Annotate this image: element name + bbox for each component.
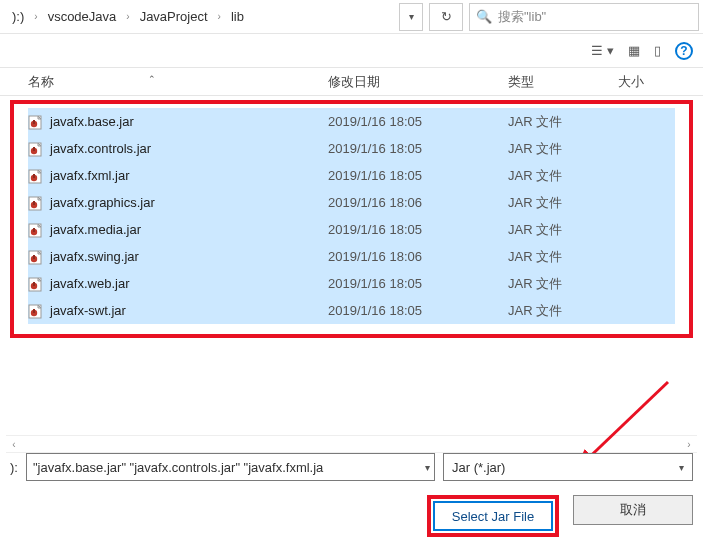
- file-name: javafx.base.jar: [50, 114, 328, 129]
- file-modified: 2019/1/16 18:05: [328, 168, 508, 183]
- breadcrumb-item[interactable]: vscodeJava: [40, 9, 125, 24]
- search-placeholder: 搜索"lib": [498, 8, 546, 26]
- file-row[interactable]: javafx-swt.jar2019/1/16 18:05JAR 文件: [28, 297, 675, 324]
- file-modified: 2019/1/16 18:06: [328, 195, 508, 210]
- svg-rect-11: [33, 174, 35, 178]
- file-name: javafx.controls.jar: [50, 141, 328, 156]
- help-icon[interactable]: ?: [675, 42, 693, 60]
- file-list-area: javafx.base.jar2019/1/16 18:05JAR 文件java…: [0, 96, 703, 326]
- file-modified: 2019/1/16 18:05: [328, 222, 508, 237]
- chevron-down-icon: ▾: [425, 462, 430, 473]
- svg-rect-31: [33, 309, 35, 313]
- preview-pane-icon[interactable]: ▯: [654, 43, 661, 58]
- file-modified: 2019/1/16 18:05: [328, 276, 508, 291]
- filter-value: Jar (*.jar): [452, 460, 505, 475]
- svg-rect-27: [33, 282, 35, 286]
- filename-row: ): "javafx.base.jar" "javafx.controls.ja…: [10, 453, 693, 481]
- column-modified[interactable]: 修改日期: [328, 73, 508, 91]
- cancel-label: 取消: [620, 501, 646, 519]
- jar-file-icon: [28, 303, 46, 319]
- chevron-down-icon: ▾: [409, 11, 414, 22]
- chevron-right-icon: ›: [32, 11, 39, 22]
- file-type: JAR 文件: [508, 221, 618, 239]
- chevron-right-icon: ›: [124, 11, 131, 22]
- filename-input[interactable]: "javafx.base.jar" "javafx.controls.jar" …: [26, 453, 435, 481]
- file-name: javafx-swt.jar: [50, 303, 328, 318]
- file-type: JAR 文件: [508, 140, 618, 158]
- search-input[interactable]: 🔍 搜索"lib": [469, 3, 699, 31]
- file-type: JAR 文件: [508, 113, 618, 131]
- svg-rect-7: [33, 147, 35, 151]
- file-row[interactable]: javafx.web.jar2019/1/16 18:05JAR 文件: [28, 270, 675, 297]
- file-row[interactable]: javafx.graphics.jar2019/1/16 18:06JAR 文件: [28, 189, 675, 216]
- breadcrumb-item[interactable]: lib: [223, 9, 252, 24]
- breadcrumb[interactable]: ):) › vscodeJava › JavaProject › lib: [4, 3, 395, 31]
- jar-file-icon: [28, 168, 46, 184]
- file-type: JAR 文件: [508, 167, 618, 185]
- file-name: javafx.web.jar: [50, 276, 328, 291]
- file-row[interactable]: javafx.swing.jar2019/1/16 18:06JAR 文件: [28, 243, 675, 270]
- filename-label: ):: [10, 460, 18, 475]
- breadcrumb-item[interactable]: JavaProject: [132, 9, 216, 24]
- address-bar: ):) › vscodeJava › JavaProject › lib ▾ ↻…: [0, 0, 703, 34]
- file-row[interactable]: javafx.controls.jar2019/1/16 18:05JAR 文件: [28, 135, 675, 162]
- file-modified: 2019/1/16 18:05: [328, 303, 508, 318]
- select-jar-label: Select Jar File: [452, 509, 534, 524]
- view-toolbar: ☰ ▾ ▦ ▯ ?: [0, 34, 703, 68]
- file-modified: 2019/1/16 18:05: [328, 141, 508, 156]
- file-name: javafx.graphics.jar: [50, 195, 328, 210]
- column-name[interactable]: 名称 ⌃: [28, 73, 328, 91]
- column-headers: 名称 ⌃ 修改日期 类型 大小: [0, 68, 703, 96]
- search-icon: 🔍: [476, 9, 492, 24]
- svg-rect-23: [33, 255, 35, 259]
- breadcrumb-drive[interactable]: ):): [4, 9, 32, 24]
- file-row[interactable]: javafx.media.jar2019/1/16 18:05JAR 文件: [28, 216, 675, 243]
- refresh-button[interactable]: ↻: [429, 3, 463, 31]
- file-name: javafx.swing.jar: [50, 249, 328, 264]
- svg-rect-15: [33, 201, 35, 205]
- file-type: JAR 文件: [508, 248, 618, 266]
- jar-file-icon: [28, 141, 46, 157]
- cancel-button[interactable]: 取消: [573, 495, 693, 525]
- highlight-rect: Select Jar File: [427, 495, 559, 537]
- column-type[interactable]: 类型: [508, 73, 618, 91]
- file-row[interactable]: javafx.fxml.jar2019/1/16 18:05JAR 文件: [28, 162, 675, 189]
- sort-asc-icon: ⌃: [148, 74, 156, 84]
- jar-file-icon: [28, 276, 46, 292]
- file-name: javafx.fxml.jar: [50, 168, 328, 183]
- jar-file-icon: [28, 222, 46, 238]
- file-type: JAR 文件: [508, 302, 618, 320]
- file-name: javafx.media.jar: [50, 222, 328, 237]
- view-grid-icon[interactable]: ▦: [628, 43, 640, 58]
- jar-file-icon: [28, 195, 46, 211]
- file-modified: 2019/1/16 18:05: [328, 114, 508, 129]
- file-list[interactable]: javafx.base.jar2019/1/16 18:05JAR 文件java…: [0, 96, 703, 326]
- svg-rect-19: [33, 228, 35, 232]
- chevron-right-icon: ›: [216, 11, 223, 22]
- column-size[interactable]: 大小: [618, 73, 703, 91]
- jar-file-icon: [28, 114, 46, 130]
- file-type-filter[interactable]: Jar (*.jar) ▾: [443, 453, 693, 481]
- dialog-bottom: ): "javafx.base.jar" "javafx.controls.ja…: [0, 415, 703, 549]
- filename-value: "javafx.base.jar" "javafx.controls.jar" …: [33, 460, 323, 475]
- file-type: JAR 文件: [508, 275, 618, 293]
- column-name-label: 名称: [28, 74, 54, 89]
- view-list-icon[interactable]: ☰ ▾: [591, 43, 614, 58]
- select-jar-button[interactable]: Select Jar File: [433, 501, 553, 531]
- svg-rect-3: [33, 120, 35, 124]
- chevron-down-icon: ▾: [679, 462, 684, 473]
- jar-file-icon: [28, 249, 46, 265]
- file-type: JAR 文件: [508, 194, 618, 212]
- file-modified: 2019/1/16 18:06: [328, 249, 508, 264]
- refresh-icon: ↻: [441, 9, 452, 24]
- location-dropdown[interactable]: ▾: [399, 3, 423, 31]
- file-row[interactable]: javafx.base.jar2019/1/16 18:05JAR 文件: [28, 108, 675, 135]
- button-row: Select Jar File 取消: [10, 495, 693, 537]
